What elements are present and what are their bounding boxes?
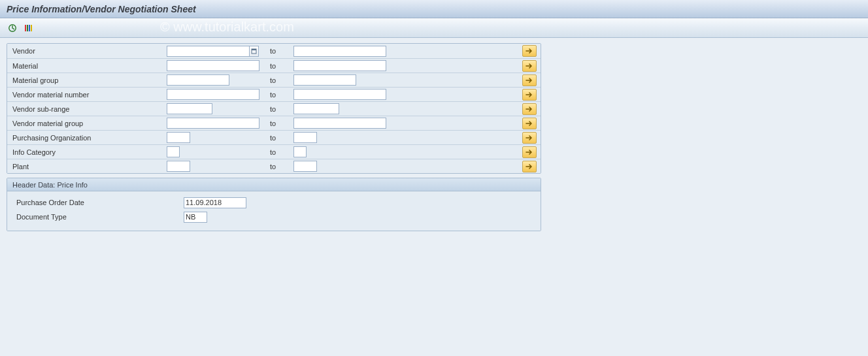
to-label: to bbox=[266, 105, 293, 113]
search-help-button[interactable] bbox=[249, 46, 259, 57]
selection-criteria-grid: VendortoMaterialtoMaterial grouptoVendor… bbox=[7, 43, 541, 174]
more-cell bbox=[518, 89, 537, 101]
from-input[interactable] bbox=[167, 46, 250, 57]
multiple-selection-button[interactable] bbox=[522, 132, 537, 144]
to-label: to bbox=[266, 76, 293, 84]
multiple-selection-button[interactable] bbox=[522, 146, 537, 158]
selection-row-label: Purchasing Organization bbox=[7, 134, 167, 142]
selection-row: Purchasing Organizationto bbox=[7, 130, 541, 144]
to-cell bbox=[293, 74, 393, 86]
execute-button[interactable] bbox=[5, 21, 20, 35]
arrow-right-icon bbox=[526, 106, 533, 112]
more-cell bbox=[518, 132, 537, 144]
from-input[interactable] bbox=[167, 118, 259, 129]
content-area: VendortoMaterialtoMaterial grouptoVendor… bbox=[0, 38, 868, 240]
from-cell bbox=[167, 132, 266, 143]
header-data-groupbox: Header Data: Price Info Purchase Order D… bbox=[7, 178, 541, 231]
to-input[interactable] bbox=[293, 74, 356, 86]
search-help-icon bbox=[251, 48, 257, 54]
selection-row: Materialto bbox=[7, 58, 541, 73]
to-cell bbox=[293, 132, 393, 143]
to-cell bbox=[293, 161, 393, 172]
multiple-selection-button[interactable] bbox=[522, 103, 537, 115]
to-input[interactable] bbox=[293, 146, 307, 157]
from-cell bbox=[167, 118, 266, 129]
svg-rect-2 bbox=[27, 25, 28, 31]
to-label: to bbox=[266, 134, 293, 142]
doc-type-label: Document Type bbox=[12, 213, 184, 221]
multiple-selection-button[interactable] bbox=[522, 161, 537, 172]
selection-row-label: Vendor bbox=[7, 47, 167, 55]
po-date-input[interactable] bbox=[184, 197, 246, 208]
selection-row: Vendor sub-rangeto bbox=[7, 101, 541, 116]
selection-row: Info Categoryto bbox=[7, 144, 541, 159]
to-input[interactable] bbox=[293, 89, 386, 100]
to-label: to bbox=[266, 120, 293, 127]
to-input[interactable] bbox=[293, 132, 317, 143]
page-title: Price Information/Vendor Negotiation She… bbox=[7, 4, 196, 14]
from-input[interactable] bbox=[167, 161, 190, 172]
variant-button[interactable] bbox=[21, 21, 35, 35]
selection-row: Vendorto bbox=[7, 44, 541, 58]
arrow-right-icon bbox=[526, 63, 533, 69]
doc-type-input[interactable] bbox=[184, 212, 207, 223]
selection-row: Vendor material groupto bbox=[7, 116, 541, 130]
arrow-right-icon bbox=[526, 163, 533, 170]
arrow-right-icon bbox=[526, 135, 533, 141]
from-cell bbox=[167, 60, 266, 71]
selection-row-label: Vendor material number bbox=[7, 91, 167, 99]
selection-row: Material groupto bbox=[7, 73, 541, 87]
selection-row-label: Material bbox=[7, 62, 167, 70]
multiple-selection-button[interactable] bbox=[522, 118, 537, 129]
multiple-selection-button[interactable] bbox=[522, 45, 537, 57]
selection-row: Vendor material numberto bbox=[7, 87, 541, 101]
selection-row-label: Info Category bbox=[7, 148, 167, 156]
multiple-selection-button[interactable] bbox=[522, 74, 537, 86]
to-input[interactable] bbox=[293, 161, 317, 172]
svg-rect-1 bbox=[25, 25, 26, 31]
arrow-right-icon bbox=[526, 91, 533, 98]
multiple-selection-button[interactable] bbox=[522, 89, 537, 101]
doc-type-row: Document Type bbox=[12, 210, 535, 224]
app-toolbar: © www.tutorialkart.com bbox=[0, 18, 868, 38]
from-cell bbox=[167, 161, 266, 172]
selection-row-label: Plant bbox=[7, 163, 167, 170]
to-input[interactable] bbox=[293, 46, 386, 57]
svg-rect-4 bbox=[31, 25, 32, 31]
from-input[interactable] bbox=[167, 132, 190, 143]
watermark-text: © www.tutorialkart.com bbox=[160, 20, 294, 35]
selection-row-label: Material group bbox=[7, 76, 167, 84]
to-input[interactable] bbox=[293, 118, 386, 129]
to-label: to bbox=[266, 47, 293, 55]
from-input[interactable] bbox=[167, 74, 229, 86]
from-cell bbox=[167, 103, 266, 114]
from-input[interactable] bbox=[167, 103, 212, 114]
arrow-right-icon bbox=[526, 48, 533, 54]
groupbox-body: Purchase Order Date Document Type bbox=[7, 191, 541, 231]
to-cell bbox=[293, 103, 393, 114]
execute-icon bbox=[8, 24, 17, 33]
from-cell bbox=[167, 74, 266, 86]
to-label: to bbox=[266, 62, 293, 70]
variant-icon bbox=[24, 24, 33, 33]
groupbox-title: Header Data: Price Info bbox=[7, 178, 541, 191]
to-input[interactable] bbox=[293, 103, 339, 114]
more-cell bbox=[518, 45, 537, 57]
to-label: to bbox=[266, 148, 293, 156]
f4-wrap bbox=[167, 46, 259, 57]
from-input[interactable] bbox=[167, 89, 259, 100]
multiple-selection-button[interactable] bbox=[522, 60, 537, 72]
from-cell bbox=[167, 46, 266, 57]
to-input[interactable] bbox=[293, 60, 386, 71]
po-date-label: Purchase Order Date bbox=[12, 199, 184, 206]
arrow-right-icon bbox=[526, 149, 533, 155]
svg-rect-3 bbox=[29, 25, 30, 31]
to-label: to bbox=[266, 163, 293, 170]
from-input[interactable] bbox=[167, 60, 259, 71]
more-cell bbox=[518, 161, 537, 172]
more-cell bbox=[518, 118, 537, 129]
selection-row-label: Vendor sub-range bbox=[7, 105, 167, 113]
to-cell bbox=[293, 60, 393, 71]
from-input[interactable] bbox=[167, 146, 180, 157]
more-cell bbox=[518, 103, 537, 115]
